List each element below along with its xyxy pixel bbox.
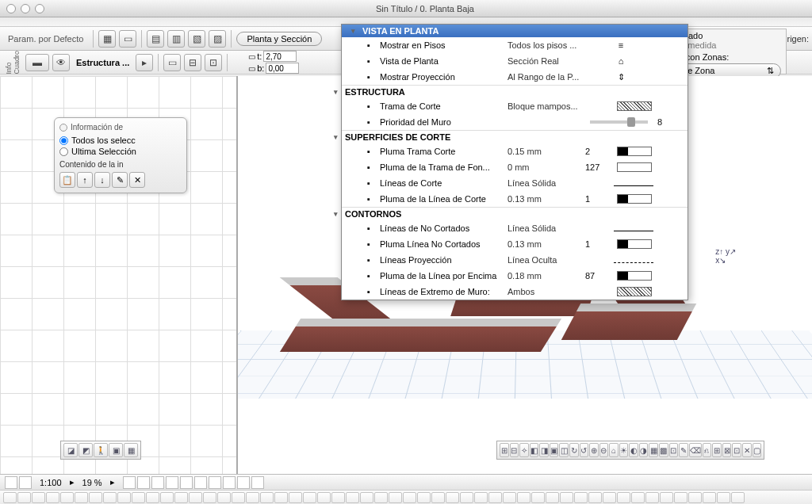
view3d-c-icon[interactable]: ▣ — [109, 443, 123, 457]
dropdown-row[interactable]: ▪ Mostrar en Pisos Todos los pisos ... ≡ — [342, 37, 688, 53]
bottom-tool-icon[interactable] — [389, 492, 402, 503]
down-icon[interactable]: ↓ — [94, 172, 110, 188]
priority-slider[interactable] — [590, 120, 648, 124]
bottom-tool-icon[interactable] — [531, 492, 545, 503]
bottom-tool-icon[interactable] — [117, 492, 131, 503]
tb-icon[interactable]: ↺ — [580, 443, 589, 457]
dropdown-row[interactable]: ▪ Líneas de Corte Línea Sólida — [342, 175, 688, 191]
dd-header-vista[interactable]: ▾VISTA EN PLANTA — [342, 25, 688, 37]
swatch[interactable] — [617, 287, 652, 296]
sb-icon[interactable] — [223, 476, 236, 489]
swatch[interactable] — [617, 271, 652, 281]
sb-icon[interactable] — [237, 476, 250, 489]
bottom-tool-icon[interactable] — [588, 492, 602, 503]
bottom-tool-icon[interactable] — [203, 492, 216, 503]
bottom-tool-icon[interactable] — [232, 492, 245, 503]
bottom-tool-icon[interactable] — [488, 492, 502, 503]
tb-icon[interactable]: ⊡ — [669, 443, 679, 457]
style-c-icon[interactable]: ▧ — [188, 30, 205, 48]
tb-icon[interactable]: ✎ — [679, 443, 688, 457]
dropdown-row[interactable]: ▪ Vista de Planta Sección Real ⌂ — [342, 53, 688, 69]
tb-icon[interactable]: ⊞ — [500, 443, 509, 457]
sb-icon[interactable] — [5, 476, 17, 489]
bottom-tool-icon[interactable] — [331, 492, 345, 503]
geom-b-icon[interactable]: ⊟ — [184, 54, 201, 71]
tb-icon[interactable]: ◐ — [629, 443, 638, 457]
dropdown-row[interactable]: ▪ Trama de Corte Bloque mampos... — [342, 98, 688, 114]
bottom-tool-icon[interactable] — [317, 492, 331, 503]
sb-icon[interactable] — [209, 476, 221, 489]
swatch[interactable] — [617, 239, 652, 249]
marker-icon[interactable]: ✎ — [112, 172, 128, 188]
line-style[interactable] — [614, 231, 653, 231]
bottom-tool-icon[interactable] — [17, 492, 31, 503]
paste-icon[interactable]: 📋 — [59, 172, 75, 188]
bottom-tool-icon[interactable] — [246, 492, 259, 503]
tb-icon[interactable]: ☀ — [619, 443, 629, 457]
bottom-tool-icon[interactable] — [274, 492, 288, 503]
minimize-icon[interactable] — [21, 4, 30, 13]
bottom-tool-icon[interactable] — [374, 492, 388, 503]
walk-icon[interactable]: 🚶 — [94, 443, 108, 457]
tb-icon[interactable]: ◑ — [639, 443, 649, 457]
dropdown-row[interactable]: ▪ Pluma de la Línea de Corte 0.13 mm 1 — [342, 191, 688, 207]
bottom-tool-icon[interactable] — [3, 492, 17, 503]
dd-section-superficies[interactable]: ▾SUPERFICIES DE CORTE — [342, 130, 688, 143]
axis-gizmo[interactable]: z↑ y↗x↘ — [715, 247, 736, 265]
tb-icon[interactable]: ⊠ — [722, 443, 732, 457]
dropdown-row[interactable]: ▪ Líneas Proyección Línea Oculta — [342, 252, 688, 268]
scale-display[interactable]: 1:100 — [40, 478, 62, 487]
style-a-icon[interactable]: ▤ — [147, 30, 164, 48]
tb-icon[interactable]: ✕ — [742, 443, 752, 457]
bottom-tool-icon[interactable] — [89, 492, 102, 503]
bottom-tool-icon[interactable] — [731, 492, 745, 503]
chevron-right-icon[interactable]: ▸ — [136, 54, 153, 71]
view3d-a-icon[interactable]: ◪ — [63, 443, 78, 457]
bottom-tool-icon[interactable] — [517, 492, 530, 503]
bottom-tool-icon[interactable] — [645, 492, 659, 503]
wall-type-icon[interactable]: ▬ — [25, 54, 49, 71]
geom-c-icon[interactable]: ⊡ — [205, 54, 222, 71]
dd-section-estructura[interactable]: ▾ESTRUCTURA — [342, 85, 688, 98]
bottom-tool-icon[interactable] — [631, 492, 645, 503]
bottom-tool-icon[interactable] — [103, 492, 117, 503]
plan-view-pane[interactable]: Información de Todos los selecc Ultima S… — [0, 76, 238, 483]
bottom-tool-icon[interactable] — [60, 492, 74, 503]
up-icon[interactable]: ↑ — [77, 172, 93, 188]
bottom-tool-icon[interactable] — [546, 492, 559, 503]
tb-icon[interactable]: ▦ — [649, 443, 658, 457]
line-style[interactable] — [614, 262, 653, 263]
tb-icon[interactable]: ⎌ — [703, 443, 712, 457]
bottom-tool-icon[interactable] — [189, 492, 202, 503]
sb-icon[interactable] — [251, 476, 264, 489]
view3d-d-icon[interactable]: ▦ — [124, 443, 138, 457]
tb-icon[interactable]: ▩ — [659, 443, 668, 457]
sb-icon[interactable] — [123, 476, 136, 489]
style-b-icon[interactable]: ▥ — [167, 30, 185, 48]
bottom-tool-icon[interactable] — [431, 492, 445, 503]
radio-todos[interactable]: Todos los selecc — [59, 135, 182, 146]
sb-icon[interactable] — [151, 476, 164, 489]
view3d-b-icon[interactable]: ◩ — [79, 443, 93, 457]
bottom-tool-icon[interactable] — [460, 492, 473, 503]
bottom-tool-icon[interactable] — [474, 492, 488, 503]
eye-icon[interactable]: 👁 — [52, 54, 70, 71]
bottom-tool-icon[interactable] — [160, 492, 174, 503]
tb-icon[interactable]: ✧ — [519, 443, 529, 457]
sb-icon[interactable] — [194, 476, 207, 489]
bottom-tool-icon[interactable] — [217, 492, 231, 503]
tb-icon[interactable]: ⌫ — [689, 443, 702, 457]
row-end-icon[interactable]: ⌂ — [614, 56, 628, 66]
param-default-label[interactable]: Param. por Defecto — [3, 32, 88, 45]
sb-icon[interactable] — [180, 476, 193, 489]
tb-icon[interactable]: ▣ — [550, 443, 559, 457]
swatch[interactable] — [617, 194, 652, 204]
dropdown-row[interactable]: ▪ Líneas de No Cortados Línea Sólida — [342, 220, 688, 236]
style-d-icon[interactable]: ▨ — [209, 30, 226, 48]
dropdown-row[interactable]: ▪ Pluma de la Línea por Encima 0.18 mm 8… — [342, 268, 688, 284]
sb-icon[interactable] — [166, 476, 178, 489]
tb-icon[interactable]: ⊞ — [712, 443, 722, 457]
tb-icon[interactable]: ◫ — [559, 443, 569, 457]
bottom-tool-icon[interactable] — [560, 492, 573, 503]
rect-tool-icon[interactable]: ▭ — [119, 30, 136, 48]
